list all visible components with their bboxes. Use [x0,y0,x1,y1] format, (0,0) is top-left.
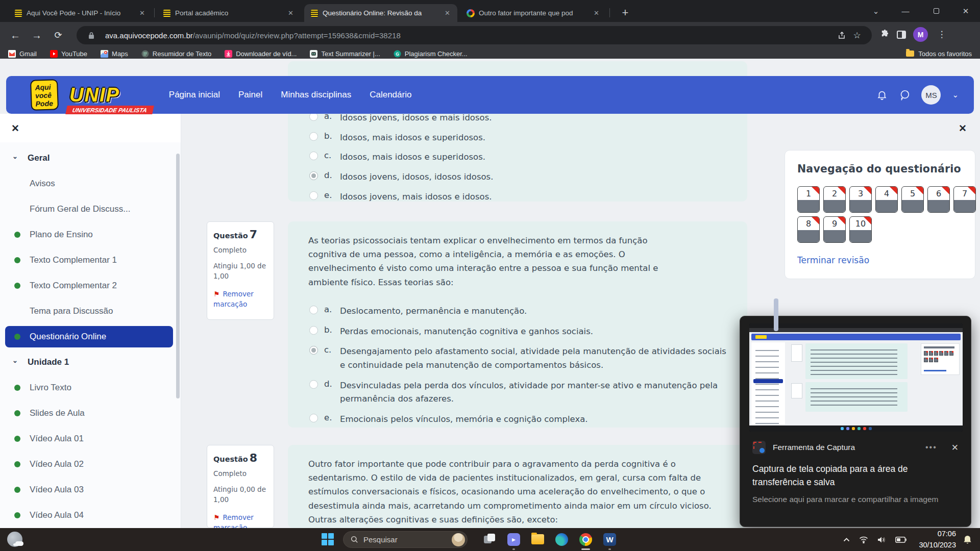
sidebar-item-livro-texto[interactable]: Livro Texto [0,375,181,400]
browser-tab-active[interactable]: Questionário Online: Revisão da ✕ [304,4,457,22]
chrome-button[interactable] [578,532,593,547]
screenshot-thumbnail[interactable] [749,323,963,432]
answer-option-selected[interactable]: d. Idosos jovens, idosos, idosos idosos. [309,170,747,184]
browser-menu-icon[interactable]: ⋮ [935,29,948,40]
sidebar-item-video-aula-04[interactable]: Vídeo Aula 04 [0,503,181,528]
all-bookmarks-button[interactable]: Todos os favoritos [906,50,972,58]
nav-pagina-inicial[interactable]: Página inicial [169,90,220,100]
taskbar-search[interactable]: Pesquisar [343,531,468,548]
task-view-button[interactable] [482,532,497,547]
answer-option[interactable]: a. Deslocamento, permanência e manutençã… [309,305,732,318]
bookmark-youtube[interactable]: YouTube [50,50,87,58]
file-explorer-button[interactable] [530,532,545,547]
radio-icon[interactable] [309,306,318,314]
bookmark-star-icon[interactable]: ☆ [849,28,865,43]
unip-logo[interactable]: UNIP UNIVERSIDADE PAULISTA [69,84,120,106]
question-nav-button-9[interactable]: 9 [823,216,846,243]
chevron-down-icon[interactable]: ⌄ [12,357,18,364]
battery-icon[interactable] [895,537,906,543]
radio-selected-icon[interactable] [309,346,318,355]
bookmark-summarizer[interactable]: Text Summarizer |... [310,50,380,58]
chevron-down-icon[interactable]: ⌄ [12,153,18,160]
word-button[interactable]: W [602,532,617,547]
chevron-down-icon[interactable]: ⌄ [952,90,959,99]
volume-icon[interactable] [877,536,886,543]
sidebar-section-unidade-1[interactable]: ⌄ Unidade 1 [0,349,181,375]
share-icon[interactable] [834,28,849,43]
browser-profile-avatar[interactable]: M [913,27,928,42]
back-button[interactable]: ← [7,27,23,43]
new-tab-button[interactable]: + [618,5,633,20]
question-nav-button-8[interactable]: 8 [797,216,820,243]
radio-icon[interactable] [309,132,318,141]
radio-icon[interactable] [309,152,318,160]
question-nav-button-10[interactable]: 10 [849,216,872,243]
nav-painel[interactable]: Painel [238,90,262,100]
extensions-icon[interactable] [880,30,890,39]
aqui-voce-pode-logo[interactable]: Aqui você Pode [30,79,59,111]
address-bar[interactable]: ava.aquivocepode.com.br/avaunip/mod/quiz… [77,26,872,44]
notification-bell-icon[interactable] [963,535,972,544]
start-button[interactable] [322,533,334,546]
search-profile-avatar[interactable] [452,533,465,546]
answer-option[interactable]: e. Emocionais pelos vínculos, memória e … [309,413,732,427]
question-nav-button-6[interactable]: 6 [927,186,950,213]
answer-option[interactable]: d. Desvinculadas pela perda dos vínculos… [309,379,732,406]
notification-action-hint[interactable]: Selecione aqui para marcar e compartilha… [752,495,962,504]
bookmark-downloader[interactable]: Downloader de víd... [225,50,297,58]
messages-icon[interactable] [899,89,910,101]
radio-icon[interactable] [309,414,318,422]
drawer-close-icon[interactable]: ✕ [11,122,19,134]
side-panel-icon[interactable] [897,31,906,39]
sidebar-item-video-aula-01[interactable]: Vídeo Aula 01 [0,426,181,452]
answer-option[interactable]: e. Idosos jovens, mais idosos e idosos. [309,190,747,204]
sidebar-item-plano-de-ensino[interactable]: Plano de Ensino [0,222,181,247]
remove-flag-link[interactable]: ⚑ Remover marcação [213,289,267,309]
radio-icon[interactable] [309,326,318,335]
nav-minhas-disciplinas[interactable]: Minhas disciplinas [281,90,351,100]
answer-option[interactable]: c. Idosos, mais idosos e superidosos. [309,151,747,164]
sidebar-item-video-aula-03[interactable]: Vídeo Aula 03 [0,477,181,503]
sidebar-item-texto-complementar-2[interactable]: Texto Complementar 2 [0,273,181,298]
radio-selected-icon[interactable] [309,171,318,180]
sidebar-item-forum[interactable]: Fórum Geral de Discuss... [0,196,181,222]
edge-button[interactable] [554,532,569,547]
radio-icon[interactable] [309,380,318,389]
wifi-icon[interactable] [859,536,868,543]
question-nav-button-3[interactable]: 3 [849,186,872,213]
bookmark-maps[interactable]: Maps [101,50,128,58]
maximize-button[interactable] [923,0,949,22]
question-nav-button-5[interactable]: 5 [901,186,924,213]
content-close-icon[interactable]: ✕ [959,122,967,134]
browser-tab[interactable]: Aqui Você Pode - UNIP - Início ✕ [8,4,152,22]
notification-more-icon[interactable]: ••• [925,443,937,452]
sidebar-section-geral[interactable]: ⌄ Geral [0,145,181,171]
nav-calendario[interactable]: Calendário [370,90,411,100]
minimize-button[interactable]: — [892,0,919,22]
reload-button[interactable]: ⟳ [50,27,66,43]
tab-close-icon[interactable]: ✕ [286,8,296,18]
bookmark-resumidor[interactable]: Resumidor de Texto [141,50,211,58]
notifications-bell-icon[interactable] [876,89,888,101]
finish-review-link[interactable]: Terminar revisão [797,255,869,265]
answer-option-selected[interactable]: c. Desengajamento pelo afastamento socia… [309,345,732,372]
window-close-button[interactable]: ✕ [952,0,979,22]
browser-tab[interactable]: Portal acadêmico ✕ [157,4,301,22]
browser-tab[interactable]: Outro fator importante que pod ✕ [460,4,606,22]
question-nav-button-4[interactable]: 4 [875,186,898,213]
tab-close-icon[interactable]: ✕ [137,8,147,18]
sidebar-item-avisos[interactable]: Avisos [0,171,181,196]
forward-button[interactable]: → [29,27,45,43]
bookmark-plagiarism[interactable]: G Plagiarism Checker... [394,50,468,58]
notification-close-icon[interactable]: ✕ [951,442,959,453]
tab-search-icon[interactable]: ⌄ [863,0,889,22]
answer-option[interactable]: b. Idosos, mais idosos e superidosos. [309,131,747,145]
snipping-tool-notification[interactable]: Ferramenta de Captura ••• ✕ Captura de t… [740,316,971,527]
tab-close-icon[interactable]: ✕ [592,8,601,18]
sidebar-item-texto-complementar-1[interactable]: Texto Complementar 1 [0,247,181,273]
teams-button[interactable] [506,532,521,547]
question-nav-button-2[interactable]: 2 [823,186,846,213]
weather-widget-icon[interactable] [7,532,22,547]
bookmark-gmail[interactable]: Gmail [8,50,37,58]
radio-icon[interactable] [309,191,318,200]
